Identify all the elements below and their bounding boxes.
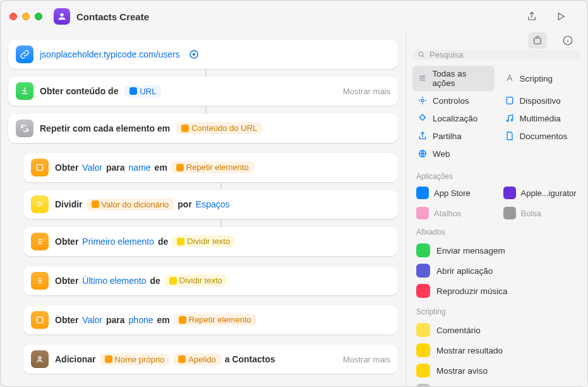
svg-rect-4 [534,38,541,44]
get-last-item-card[interactable]: Obter Último elemento de Dividir texto [23,266,398,295]
category-dispositivo[interactable]: Dispositivo [500,92,582,109]
category-partilha[interactable]: Partilha [412,128,495,144]
svg-point-6 [419,52,423,56]
show-more-toggle[interactable]: Mostrar mais [343,355,390,364]
get-contents-action-card[interactable]: Obter conteúdo de URL Mostrar mais [8,77,398,106]
apps-grid: App StoreApple...iguratorAtalhosBolsa [406,183,587,223]
app-apple-igurator[interactable]: Apple...igurator [500,183,582,202]
close-window-button[interactable] [9,13,17,20]
show-more-toggle[interactable]: Mostrar mais [343,87,390,96]
library-tab-button[interactable] [528,32,547,49]
url-value[interactable]: jsonplaceholder.typicode.com/users [40,49,180,59]
shortcut-title[interactable]: Contacts Create [76,11,149,22]
url-variable-pill[interactable]: URL [124,85,161,97]
list-icon [31,233,49,250]
action-label: Obter conteúdo de [40,86,118,96]
svg-point-7 [421,99,424,102]
action-enviar-mensagem[interactable]: Enviar mensagem [412,240,581,261]
url-action-card[interactable]: jsonplaceholder.typicode.com/users [8,40,398,69]
fullscreen-window-button[interactable] [35,13,42,20]
shortcut-app-icon [54,8,70,25]
category-web[interactable]: Web [412,145,495,162]
connector-line [205,106,207,113]
minimize-window-button[interactable] [22,13,30,20]
editor-body: jsonplaceholder.typicode.com/users Obter… [1,32,587,386]
get-first-item-card[interactable]: Obter Primeiro elemento de Dividir texto [23,227,398,256]
action-comentário[interactable]: Comentário [412,320,581,340]
traffic-lights [9,13,42,20]
text-icon [31,195,49,213]
shortcuts-editor-window: Contacts Create jsonplaceholder.typicode… [0,0,588,387]
split-text-card[interactable]: Dividir Valor do dicionário por Espaços [23,190,398,219]
action-mostrar-resultado[interactable]: Mostrar resultado [412,340,581,360]
svg-point-3 [39,357,41,359]
repeat-item-pill[interactable]: Repetir elemento [174,314,256,326]
add-url-button[interactable] [186,47,201,62]
split-text-pill[interactable]: Dividir texto [164,274,227,286]
repeat-icon [16,120,33,137]
download-icon [16,82,33,100]
repeat-item-pill[interactable]: Repetir elemento [171,161,254,173]
connector-line [220,182,222,190]
svg-point-10 [511,119,513,121]
action-abrir-aplicação[interactable]: Abrir aplicação [412,261,581,281]
editor-toolbar [523,8,570,25]
category-localização[interactable]: Localização [412,110,495,126]
repeat-action-card[interactable]: Repetir com cada elemento em Conteúdo do… [8,114,398,143]
link-icon [16,46,33,63]
dictionary-icon [31,159,49,176]
search-placeholder: Pesquisa [429,50,463,59]
app-bolsa[interactable]: Bolsa [500,204,582,223]
category-todas-as-ações[interactable]: Todas as ações [412,66,495,91]
pinned-actions-list: Enviar mensagemAbrir aplicaçãoReproduzir… [406,239,587,302]
app-atalhos[interactable]: Atalhos [412,204,495,223]
svg-point-9 [507,120,508,122]
actions-sidebar: Pesquisa Todas as açõesScriptingControlo… [405,32,587,386]
svg-rect-2 [37,317,42,322]
list-icon [31,272,49,290]
first-name-pill[interactable]: Nome próprio [100,353,170,366]
category-scripting[interactable]: Scripting [500,66,582,91]
categories-grid: Todas as açõesScriptingControlosDisposit… [406,66,587,167]
svg-rect-8 [507,97,512,104]
svg-rect-1 [37,164,42,170]
last-name-pill[interactable]: Apelido [173,353,220,366]
workflow-canvas[interactable]: jsonplaceholder.typicode.com/users Obter… [1,32,405,386]
get-dictionary-value-card[interactable]: Obter Valor para name em Repetir element… [23,153,398,182]
library-search-input[interactable]: Pesquisa [412,50,581,59]
sidebar-toolbar [406,32,587,49]
dictionary-icon [31,311,49,329]
run-button[interactable] [552,8,570,25]
search-icon [417,51,426,59]
titlebar: Contacts Create [1,1,587,32]
contacts-icon [31,350,49,368]
add-contact-card[interactable]: Adicionar Nome próprio Apelido a Contact… [23,345,398,374]
connector-line [220,219,222,226]
category-documentos[interactable]: Documentos [500,128,582,144]
url-contents-pill[interactable]: Conteúdo do URL [176,122,262,134]
category-multimédia[interactable]: Multimédia [500,110,582,126]
action-pedir-entrada[interactable]: Pedir entrada [412,381,581,386]
connector-line [205,69,207,77]
pinned-section-header: Afixados [406,223,587,239]
info-tab-button[interactable] [558,32,577,49]
scripting-section-header: Scripting [406,302,587,319]
app-app-store[interactable]: App Store [412,183,495,202]
split-text-pill[interactable]: Dividir texto [172,235,235,247]
share-button[interactable] [523,8,541,25]
apps-section-header: Aplicações [406,167,587,183]
action-mostrar-aviso[interactable]: Mostrar aviso [412,360,581,381]
category-controlos[interactable]: Controlos [412,92,495,109]
scripting-actions-list: ComentárioMostrar resultadoMostrar aviso… [406,319,587,386]
action-label: Repetir com cada elemento em [40,123,170,133]
get-phone-value-card[interactable]: Obter Valor para phone em Repetir elemen… [23,305,398,335]
dict-value-pill[interactable]: Valor do dicionário [87,199,174,211]
action-reproduzir-música[interactable]: Reproduzir música [412,281,581,301]
